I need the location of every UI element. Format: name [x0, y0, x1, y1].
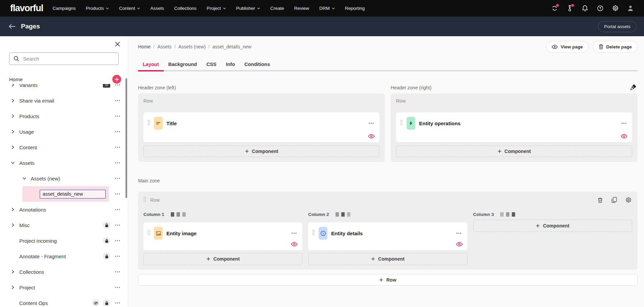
chevron-right-icon[interactable] — [10, 84, 16, 88]
add-component-button[interactable]: Component — [308, 253, 467, 265]
tree-item-assets-new[interactable]: Assets (new) — [0, 171, 128, 186]
chevron-right-icon[interactable] — [10, 113, 16, 119]
tree-item-annotate-fragment[interactable]: Annotate - Fragment — [0, 248, 128, 264]
tab-css[interactable]: CSS — [202, 59, 221, 70]
more-menu-icon[interactable] — [114, 221, 121, 229]
chevron-right-icon[interactable] — [10, 207, 16, 212]
visibility-eye-icon[interactable] — [620, 132, 628, 140]
nav-products[interactable]: Products — [86, 6, 109, 11]
add-component-button[interactable]: Component — [143, 253, 302, 265]
column-width-option[interactable] — [341, 212, 345, 217]
help-icon[interactable] — [597, 5, 603, 12]
lab-flask-icon[interactable] — [566, 5, 573, 12]
more-menu-icon[interactable] — [114, 175, 121, 182]
nav-create[interactable]: Create — [270, 6, 284, 11]
chevron-right-icon[interactable] — [10, 285, 16, 290]
tree-item-content-ops[interactable]: Content Ops — [0, 295, 128, 307]
nav-content[interactable]: Content — [119, 6, 140, 11]
tree-item-share-via-email[interactable]: Share via email — [0, 93, 128, 108]
sidebar-scrollbar[interactable] — [125, 78, 127, 198]
add-component-button[interactable]: Component — [473, 220, 632, 232]
visibility-eye-icon[interactable] — [291, 240, 298, 248]
add-row-button[interactable]: Row — [138, 274, 638, 286]
tree-item-products[interactable]: Products — [0, 108, 128, 124]
more-menu-icon[interactable] — [114, 284, 121, 291]
add-component-button[interactable]: Component — [396, 146, 632, 157]
more-menu-icon[interactable] — [114, 159, 121, 167]
view-page-button[interactable]: View page — [546, 41, 589, 52]
tree-item-misc[interactable]: Misc — [0, 217, 128, 233]
visibility-eye-icon[interactable] — [456, 240, 463, 248]
more-menu-icon[interactable] — [114, 299, 121, 307]
drag-handle-icon[interactable] — [147, 229, 150, 237]
chevron-right-icon[interactable] — [10, 129, 16, 134]
tab-info[interactable]: Info — [221, 59, 240, 70]
column-width-option[interactable] — [171, 212, 174, 217]
tree-item-assets[interactable]: Assets — [0, 155, 128, 171]
tab-conditions[interactable]: Conditions — [240, 59, 275, 70]
breadcrumb-assets[interactable]: Assets — [157, 44, 171, 49]
more-menu-icon[interactable] — [114, 190, 121, 198]
tab-background[interactable]: Background — [164, 59, 202, 70]
more-menu-icon[interactable] — [114, 97, 121, 104]
more-menu-icon[interactable] — [114, 253, 121, 260]
breadcrumb-assets-new[interactable]: Assets (new) — [178, 44, 206, 49]
more-menu-icon[interactable] — [114, 268, 121, 276]
column-width-option[interactable] — [500, 212, 504, 217]
more-menu-icon[interactable] — [455, 229, 463, 237]
column-width-option[interactable] — [182, 212, 186, 217]
rename-page-input[interactable] — [40, 190, 106, 199]
more-menu-icon[interactable] — [114, 112, 121, 120]
delete-page-button[interactable]: Delete page — [593, 41, 638, 52]
settings-gear-icon[interactable] — [612, 5, 619, 12]
close-icon[interactable] — [113, 40, 122, 48]
column-width-option[interactable] — [347, 212, 350, 217]
breadcrumb-home[interactable]: Home — [138, 44, 151, 49]
more-menu-icon[interactable] — [367, 119, 375, 127]
add-component-button[interactable]: Component — [143, 146, 380, 157]
account-avatar-icon[interactable] — [627, 5, 634, 12]
chevron-right-icon[interactable] — [10, 145, 16, 150]
more-menu-icon[interactable] — [620, 119, 627, 127]
chevron-right-icon[interactable] — [10, 98, 16, 103]
tree-item-variants[interactable]: Variants — [0, 84, 128, 93]
tree-item-collections[interactable]: Collections — [0, 264, 128, 280]
nav-project[interactable]: Project — [207, 6, 226, 11]
notifications-bell-icon[interactable] — [581, 5, 588, 12]
tree-item-annotations[interactable]: Annotations — [0, 202, 128, 217]
more-menu-icon[interactable] — [114, 128, 121, 135]
back-arrow-icon[interactable] — [7, 22, 17, 31]
chevron-right-icon[interactable] — [10, 222, 16, 228]
chevron-right-icon[interactable] — [10, 269, 16, 275]
tree-item-usage[interactable]: Usage — [0, 124, 128, 139]
more-menu-icon[interactable] — [114, 237, 121, 244]
clear-layout-broom-icon[interactable] — [629, 83, 638, 92]
drag-handle-icon[interactable] — [147, 119, 150, 127]
column-width-option[interactable] — [512, 212, 515, 217]
more-menu-icon[interactable] — [114, 144, 121, 151]
add-page-button[interactable] — [112, 75, 121, 84]
nav-collections[interactable]: Collections — [174, 6, 197, 11]
more-menu-icon[interactable] — [114, 206, 121, 213]
column-width-option[interactable] — [336, 212, 339, 217]
nav-campaigns[interactable]: Campaigns — [53, 6, 76, 11]
portal-assets-button[interactable]: Portal assets — [598, 21, 637, 32]
row-settings-gear-icon[interactable] — [625, 196, 632, 204]
drag-handle-icon[interactable] — [312, 229, 315, 237]
tab-layout[interactable]: Layout — [138, 59, 164, 70]
component-card-entity-details[interactable]: Entity details — [308, 222, 467, 250]
nav-drm[interactable]: DRM — [319, 6, 335, 11]
tree-item-asset-details-new-selected[interactable] — [0, 186, 128, 202]
tree-item-project-incoming[interactable]: Project incoming — [0, 233, 128, 248]
component-card-title[interactable]: Title — [143, 112, 380, 142]
tree-item-project[interactable]: Project — [0, 280, 128, 295]
visibility-eye-icon[interactable] — [368, 132, 375, 140]
more-menu-icon[interactable] — [114, 84, 121, 89]
chevron-down-icon[interactable] — [10, 160, 16, 166]
tree-item-content[interactable]: Content — [0, 139, 128, 155]
nav-assets[interactable]: Assets — [150, 6, 164, 11]
component-card-entity-image[interactable]: Entity image — [143, 222, 302, 250]
drag-handle-icon[interactable] — [400, 119, 403, 127]
chevron-down-icon[interactable] — [22, 176, 27, 181]
nav-review[interactable]: Review — [294, 6, 309, 11]
